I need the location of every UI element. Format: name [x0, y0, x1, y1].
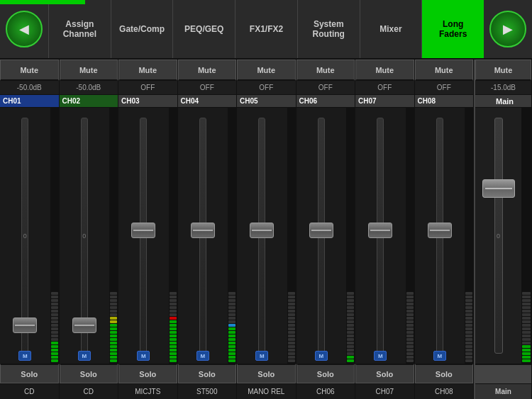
solo-ch01[interactable]: Solo [0, 364, 59, 383]
mute-ch03[interactable]: Mute [118, 60, 177, 81]
label-ch07: CH07 [355, 95, 414, 108]
zero-label-ch01: 0 [23, 232, 27, 240]
vu-ch02 [109, 108, 118, 364]
label-main: Main [475, 95, 531, 108]
m-button-ch03[interactable]: M [137, 351, 150, 361]
name-ch05: MANO REL [237, 383, 296, 399]
label-ch01: CH01 [0, 95, 59, 108]
fader-area-ch07: M 0 [355, 108, 414, 364]
solo-ch08[interactable]: Solo [415, 364, 474, 383]
name-ch01: CD [0, 383, 59, 399]
fader-handle-ch04[interactable] [191, 223, 215, 238]
transport-forward-button[interactable]: ▶ [489, 11, 526, 47]
vu-main [521, 108, 531, 364]
tab-assign-channel[interactable]: Assign Channel [48, 0, 111, 58]
name-ch04: ST500 [178, 383, 237, 399]
label-ch03: CH03 [118, 95, 177, 108]
channel-ch01: Mute -50.0dB CH01 M 0 [0, 60, 60, 399]
vu-ch08 [465, 108, 473, 364]
forward-arrow-icon: ▶ [503, 21, 513, 37]
tab-fx1-fx2[interactable]: FX1/FX2 [235, 0, 297, 58]
main-name-area [475, 364, 531, 383]
nav-tabs: Assign Channel Gate/Comp PEQ/GEQ FX1/FX2… [48, 0, 484, 58]
mute-ch06[interactable]: Mute [297, 60, 355, 81]
channel-ch08: Mute OFF CH08 M 0 Solo CH08 [415, 60, 475, 399]
m-button-ch02[interactable]: M [78, 351, 91, 361]
channel-ch04: Mute OFF CH04 M 0 [178, 60, 238, 399]
name-ch06: CH06 [297, 383, 355, 399]
fader-area-ch01: M 0 [0, 108, 59, 364]
level-ch07: OFF [355, 81, 414, 95]
tab-mixer[interactable]: Mixer [360, 0, 422, 58]
m-button-ch06[interactable]: M [315, 351, 328, 361]
channels-area: Mute -50.0dB CH01 M 0 [0, 60, 532, 399]
transport-back-button[interactable]: ◀ [6, 11, 43, 47]
solo-ch07[interactable]: Solo [355, 364, 414, 383]
fader-handle-ch02[interactable] [72, 317, 96, 333]
channel-ch02: Mute -50.0dB CH02 M 0 [60, 60, 119, 399]
mute-ch08[interactable]: Mute [415, 60, 474, 81]
fader-left-ch01: M 0 [0, 108, 50, 364]
channel-ch05: Mute OFF CH05 M 0 Solo MANO REL [237, 60, 297, 399]
back-arrow-icon: ◀ [19, 21, 29, 37]
fader-handle-ch08[interactable] [428, 223, 452, 238]
fader-handle-ch05[interactable] [250, 223, 274, 238]
tab-peq-geq[interactable]: PEQ/GEQ [172, 0, 235, 58]
solo-ch06[interactable]: Solo [297, 364, 355, 383]
level-ch05: OFF [237, 81, 296, 95]
label-ch02: CH02 [60, 95, 118, 108]
vu-ch03 [169, 108, 177, 364]
fader-handle-ch03[interactable] [131, 223, 155, 238]
name-ch08: CH08 [415, 383, 474, 399]
m-button-ch05[interactable]: M [255, 351, 268, 361]
fader-ch03: M 0 [118, 108, 169, 364]
mute-ch04[interactable]: Mute [178, 60, 237, 81]
vu-ch07 [406, 108, 414, 364]
green-indicator [0, 0, 85, 4]
channel-ch06: Mute OFF CH06 M 0 So [297, 60, 356, 399]
fader-handle-ch07[interactable] [368, 223, 392, 238]
solo-ch04[interactable]: Solo [178, 364, 237, 383]
tab-system-routing[interactable]: System Routing [297, 0, 360, 58]
solo-ch03[interactable]: Solo [118, 364, 177, 383]
name-ch02: CD [60, 383, 118, 399]
solo-ch02[interactable]: Solo [60, 364, 118, 383]
fader-area-main: 0 [475, 108, 531, 364]
mute-ch05[interactable]: Mute [237, 60, 296, 81]
level-ch08: OFF [415, 81, 474, 95]
vu-ch05 [287, 108, 296, 364]
fader-area-ch06: M 0 [297, 108, 355, 364]
label-ch04: CH04 [178, 95, 237, 108]
fader-ch04: M 0 [178, 108, 228, 364]
solo-ch05[interactable]: Solo [237, 364, 296, 383]
mute-ch07[interactable]: Mute [355, 60, 414, 81]
fader-area-ch03: M 0 [118, 108, 177, 364]
label-ch08: CH08 [415, 95, 474, 108]
m-button-ch07[interactable]: M [374, 351, 387, 361]
label-ch06: CH06 [297, 95, 355, 108]
level-ch01: -50.0dB [0, 81, 59, 95]
fader-handle-ch06[interactable] [309, 223, 333, 238]
fader-handle-left-ch01[interactable] [13, 317, 37, 333]
mute-ch01[interactable]: Mute [0, 60, 59, 81]
m-button-ch08[interactable]: M [433, 351, 446, 361]
label-ch05: CH05 [237, 95, 296, 108]
tab-long-faders[interactable]: Long Faders [421, 0, 484, 58]
fader-handle-main[interactable] [482, 179, 515, 198]
level-ch04: OFF [178, 81, 237, 95]
vu-ch06 [346, 108, 355, 364]
channel-main: Mute -15.0dB Main 0 [474, 60, 532, 399]
tab-gate-comp[interactable]: Gate/Comp [111, 0, 173, 58]
fader-area-ch05: M 0 [237, 108, 296, 364]
m-button-left-ch01[interactable]: M [18, 351, 31, 361]
name-ch07: CH07 [355, 383, 414, 399]
fader-area-ch04: M 0 [178, 108, 237, 364]
vu-ch01 [50, 108, 59, 364]
level-main: -15.0dB [475, 81, 531, 95]
mute-main[interactable]: Mute [475, 60, 531, 81]
level-ch02: -50.0dB [60, 81, 118, 95]
m-button-ch04[interactable]: M [196, 351, 209, 361]
channel-ch07: Mute OFF CH07 M 0 Solo CH07 [355, 60, 415, 399]
mute-ch02[interactable]: Mute [60, 60, 118, 81]
fader-ch02: M 0 [60, 108, 110, 364]
